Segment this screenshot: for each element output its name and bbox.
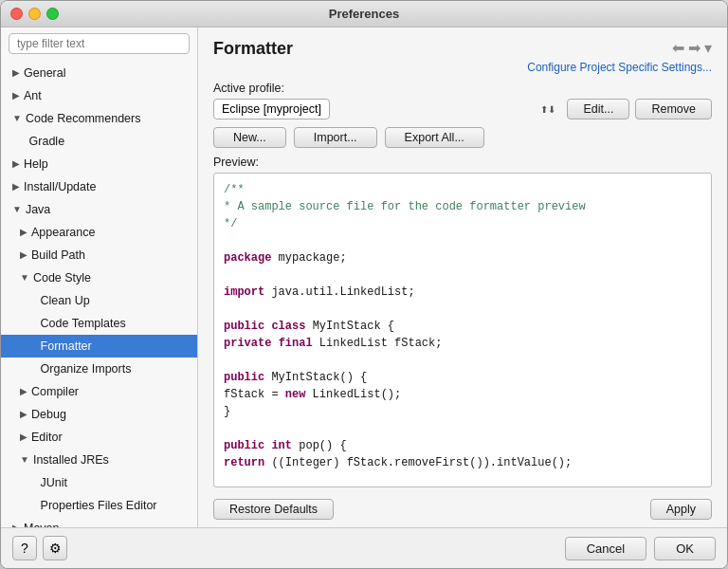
- sidebar-label: JUnit: [41, 473, 67, 492]
- preferences-window: Preferences ▶ General ▶ Ant ▼ Cod: [0, 0, 728, 569]
- filter-input[interactable]: [9, 33, 190, 54]
- arrow-icon: ▶: [20, 248, 27, 263]
- profile-row: Eclipse [myproject] Edit... Remove: [213, 99, 712, 119]
- code-line: [271, 337, 278, 350]
- arrow-icon: ▶: [12, 521, 20, 527]
- sidebar-item-properties-editor[interactable]: Properties Files Editor: [1, 494, 197, 517]
- configure-project-link[interactable]: Configure Project Specific Settings...: [527, 61, 712, 74]
- sidebar-label: Ant: [24, 86, 42, 105]
- code-line: int: [271, 439, 292, 452]
- panel-title: Formatter: [213, 39, 293, 59]
- forward-icon[interactable]: ➡: [688, 39, 701, 57]
- code-line: MyIntStack() {: [264, 371, 367, 384]
- sidebar-item-formatter[interactable]: Formatter: [1, 335, 197, 358]
- sidebar-label: Help: [24, 155, 48, 174]
- cancel-button[interactable]: Cancel: [565, 537, 646, 560]
- sidebar-label: Compiler: [31, 382, 79, 401]
- sidebar-label: Properties Files Editor: [41, 496, 157, 515]
- sidebar-item-compiler[interactable]: ▶ Compiler: [1, 380, 197, 403]
- sidebar-item-code-templates[interactable]: Code Templates: [1, 312, 197, 335]
- apply-button[interactable]: Apply: [650, 499, 712, 520]
- sidebar-label: General: [24, 64, 65, 83]
- ok-button[interactable]: OK: [654, 537, 716, 560]
- code-line: fStack =: [224, 388, 285, 401]
- active-profile-section: Active profile: Eclipse [myproject] Edit…: [213, 82, 712, 119]
- remove-button[interactable]: Remove: [635, 99, 712, 119]
- arrow-icon: ▶: [20, 430, 27, 445]
- sidebar-item-gradle[interactable]: Gradle: [1, 130, 197, 153]
- sidebar-item-java[interactable]: ▼ Java: [1, 198, 197, 221]
- sidebar-label: Build Path: [31, 246, 85, 265]
- maximize-button[interactable]: [46, 8, 59, 20]
- help-button[interactable]: ?: [12, 536, 37, 560]
- sidebar-item-appearance[interactable]: ▶ Appearance: [1, 221, 197, 244]
- edit-button[interactable]: Edit...: [567, 99, 629, 119]
- sidebar-item-editor[interactable]: ▶ Editor: [1, 426, 197, 449]
- formatter-panel: Formatter ⬅ ➡ ▾ Configure Project Specif…: [198, 28, 727, 527]
- sidebar-item-maven[interactable]: ▶ Maven: [1, 517, 197, 527]
- arrow-icon: [31, 498, 37, 513]
- code-line: package: [224, 251, 271, 265]
- dropdown-icon[interactable]: ▾: [704, 39, 712, 57]
- panel-header: Formatter ⬅ ➡ ▾ Configure Project Specif…: [213, 39, 712, 74]
- sidebar-label: Formatter: [41, 337, 92, 356]
- sidebar-item-code-style[interactable]: ▼ Code Style: [1, 266, 197, 289]
- sidebar-item-junit[interactable]: JUnit: [1, 471, 197, 494]
- sidebar-item-help[interactable]: ▶ Help: [1, 153, 197, 175]
- code-line: public: [224, 320, 264, 333]
- code-line: mypackage;: [271, 251, 346, 265]
- back-icon[interactable]: ⬅: [672, 39, 684, 57]
- code-line: public: [224, 371, 264, 384]
- sidebar-label: Gradle: [29, 132, 65, 151]
- sidebar-item-install-update[interactable]: ▶ Install/Update: [1, 175, 197, 198]
- import-button[interactable]: Import...: [294, 127, 377, 148]
- code-line: public: [224, 439, 264, 452]
- arrow-icon: ▼: [12, 202, 22, 217]
- settings-button[interactable]: ⚙: [43, 536, 67, 560]
- sidebar-label: Code Style: [33, 268, 91, 287]
- new-button[interactable]: New...: [213, 127, 286, 148]
- footer-right: Cancel OK: [565, 537, 716, 560]
- preview-code: /** * A sample source file for the code …: [213, 173, 712, 487]
- arrow-icon: [31, 316, 37, 331]
- sidebar-item-build-path[interactable]: ▶ Build Path: [1, 244, 197, 266]
- minimize-button[interactable]: [28, 8, 41, 20]
- sidebar-item-general[interactable]: ▶ General: [1, 62, 197, 84]
- arrow-icon: ▶: [12, 65, 20, 81]
- footer-left: ? ⚙: [12, 536, 67, 560]
- code-line: ((Integer) fStack.removeFirst()).intValu…: [264, 456, 572, 469]
- title-bar: Preferences: [1, 1, 727, 28]
- code-line: private: [224, 337, 271, 350]
- code-line: /**: [224, 183, 245, 196]
- sidebar-tree: ▶ General ▶ Ant ▼ Code Recommenders Grad…: [1, 60, 197, 527]
- sidebar-label: Clean Up: [41, 291, 90, 310]
- profile-select[interactable]: Eclipse [myproject]: [213, 99, 330, 119]
- question-icon: ?: [21, 541, 28, 556]
- window-title: Preferences: [329, 7, 399, 21]
- sidebar-item-debug[interactable]: ▶ Debug: [1, 403, 197, 426]
- active-profile-label: Active profile:: [213, 82, 712, 95]
- arrow-icon: ▼: [20, 452, 29, 468]
- code-line: final: [279, 337, 313, 350]
- sidebar-label: Code Recommenders: [26, 109, 141, 128]
- export-all-button[interactable]: Export All...: [385, 127, 484, 148]
- profile-select-wrapper: Eclipse [myproject]: [213, 99, 561, 119]
- restore-defaults-button[interactable]: Restore Defaults: [213, 499, 334, 520]
- sidebar-item-organize-imports[interactable]: Organize Imports: [1, 358, 197, 380]
- sidebar-item-installed-jres[interactable]: ▼ Installed JREs: [1, 449, 197, 471]
- close-button[interactable]: [10, 8, 23, 20]
- sidebar-label: Organize Imports: [41, 359, 132, 378]
- code-line: new: [285, 388, 306, 401]
- sidebar-item-clean-up[interactable]: Clean Up: [1, 289, 197, 312]
- code-line: */: [224, 217, 237, 230]
- arrow-icon: ▶: [12, 156, 20, 172]
- sidebar-item-code-recommenders[interactable]: ▼ Code Recommenders: [1, 107, 197, 130]
- sidebar-item-ant[interactable]: ▶ Ant: [1, 84, 197, 107]
- code-line: pop() {: [292, 439, 347, 452]
- sidebar-label: Install/Update: [24, 177, 96, 196]
- arrow-icon: ▶: [12, 179, 20, 194]
- code-line: class: [271, 320, 305, 333]
- sidebar-label: Appearance: [31, 223, 95, 242]
- new-import-export-row: New... Import... Export All...: [213, 127, 712, 148]
- arrow-icon: ▼: [20, 270, 29, 285]
